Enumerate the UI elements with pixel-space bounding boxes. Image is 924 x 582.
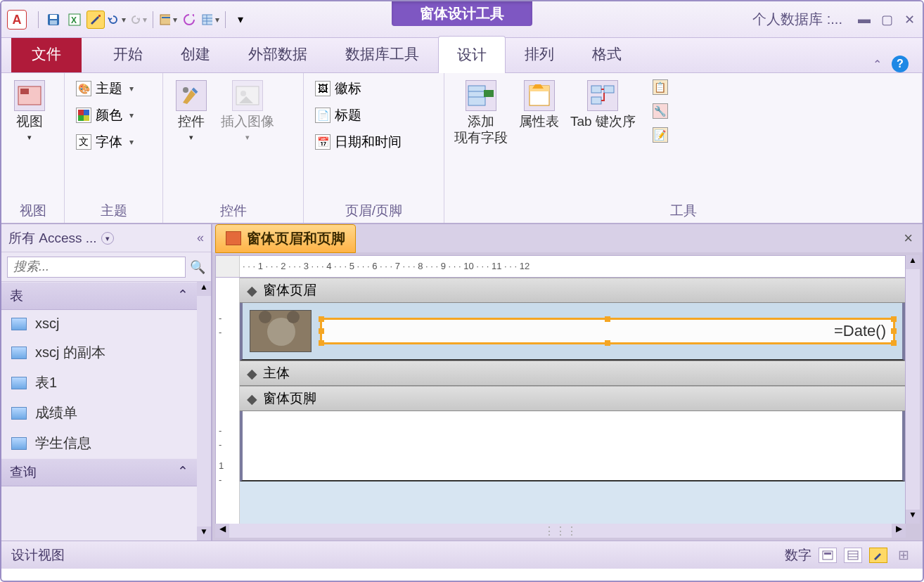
- view-datasheet-icon[interactable]: [844, 548, 862, 563]
- contextual-tab-title: 窗体设计工具: [392, 1, 532, 26]
- main-area: 所有 Access ... ▾ « 🔍 表⌃ xscj xscj 的副本 表1 …: [1, 224, 923, 541]
- colors-button[interactable]: 颜色: [72, 104, 138, 127]
- table-icon[interactable]: [201, 11, 219, 29]
- tab-order-button[interactable]: Tab 键次序: [567, 77, 639, 133]
- document-tab[interactable]: 窗体页眉和页脚: [215, 224, 356, 253]
- add-existing-fields-button[interactable]: 添加 现有字段: [451, 77, 511, 149]
- controls-button[interactable]: 控件▾: [170, 77, 212, 145]
- redo-icon[interactable]: [129, 11, 147, 29]
- svg-rect-28: [604, 86, 614, 93]
- table-icon: [11, 347, 27, 359]
- nav-collapse-icon[interactable]: «: [197, 231, 204, 245]
- horizontal-ruler[interactable]: · · · 1 · · · 2 · · · 3 · · · 4 · · · 5 …: [215, 255, 906, 278]
- refresh-icon[interactable]: [180, 11, 198, 29]
- group-label-theme: 主题: [72, 199, 155, 220]
- svg-rect-6: [160, 15, 170, 25]
- title-button[interactable]: 📄标题: [311, 104, 406, 127]
- view-design-icon[interactable]: [869, 548, 887, 563]
- minimize-icon[interactable]: ▬: [856, 12, 872, 27]
- ruler-corner[interactable]: [216, 256, 240, 277]
- ribbon-collapse-icon[interactable]: ⌃: [873, 58, 882, 71]
- table-icon: [11, 377, 27, 389]
- vertical-ruler[interactable]: - - - - 1 -: [216, 278, 240, 537]
- fonts-button[interactable]: 文字体: [72, 131, 138, 153]
- svg-rect-13: [20, 89, 29, 94]
- document-close-icon[interactable]: ×: [894, 229, 923, 247]
- window-controls: ▬ ▢ ✕: [856, 12, 917, 27]
- property-sheet-button[interactable]: 属性表: [516, 77, 562, 133]
- excel-export-icon[interactable]: X: [65, 11, 84, 29]
- horizontal-scrollbar[interactable]: ◀⋮⋮⋮▶: [215, 524, 906, 538]
- nav-item-xscj[interactable]: xscj: [1, 310, 197, 337]
- view-form-icon[interactable]: [819, 548, 837, 563]
- tab-external-data[interactable]: 外部数据: [229, 35, 326, 72]
- document-tab-bar: 窗体页眉和页脚 ×: [212, 224, 923, 252]
- view-button[interactable]: 视图▾: [8, 77, 51, 145]
- nav-header[interactable]: 所有 Access ... ▾ «: [1, 224, 211, 252]
- navigation-pane: 所有 Access ... ▾ « 🔍 表⌃ xscj xscj 的副本 表1 …: [1, 224, 212, 541]
- tab-create[interactable]: 创建: [162, 35, 229, 72]
- close-icon[interactable]: ✕: [901, 12, 917, 27]
- search-input[interactable]: [7, 257, 186, 278]
- section-detail[interactable]: ◆主体: [240, 361, 905, 386]
- qat-customize-icon[interactable]: ▾: [231, 11, 250, 29]
- tab-format[interactable]: 格式: [573, 35, 641, 72]
- scroll-up-icon[interactable]: ▲: [197, 282, 211, 296]
- nav-item-xscj-copy[interactable]: xscj 的副本: [1, 337, 197, 368]
- ribbon: 视图▾ 视图 🎨主题 颜色 文字体 主题 控件▾ 插入图像▾ 控件 🖼徽标 �: [1, 73, 923, 224]
- database-name: 个人数据库 :...: [752, 10, 842, 29]
- svg-point-20: [240, 91, 246, 96]
- nav-scrollbar[interactable]: ▲ ▼: [197, 282, 211, 541]
- tab-home[interactable]: 开始: [94, 35, 162, 72]
- section-form-header[interactable]: ◆窗体页眉: [240, 278, 905, 303]
- logo-image[interactable]: [250, 310, 312, 352]
- search-icon[interactable]: 🔍: [190, 259, 205, 275]
- tab-file[interactable]: 文件: [11, 35, 82, 72]
- form-icon[interactable]: [159, 11, 177, 29]
- svg-rect-29: [591, 97, 601, 104]
- svg-rect-5: [98, 15, 101, 17]
- undo-icon[interactable]: [108, 11, 126, 29]
- app-icon: A: [7, 10, 27, 30]
- svg-rect-21: [468, 86, 485, 105]
- datetime-button[interactable]: 📅日期和时间: [311, 131, 406, 153]
- form-canvas[interactable]: ◆窗体页眉 =Date() ◆主体 ◆窗体页脚: [240, 278, 905, 537]
- nav-section-queries[interactable]: 查询⌃: [1, 458, 197, 486]
- form-icon: [226, 231, 241, 245]
- design-surface: 窗体页眉和页脚 × · · · 1 · · · 2 · · · 3 · · · …: [212, 224, 923, 541]
- svg-text:X: X: [71, 15, 77, 25]
- svg-rect-7: [162, 17, 170, 18]
- tool-extra-1[interactable]: 📋: [648, 77, 672, 97]
- tool-extra-3[interactable]: 📝: [648, 125, 672, 145]
- tab-arrange[interactable]: 排列: [506, 35, 573, 72]
- nav-item-xueshengxinxi[interactable]: 学生信息: [1, 428, 197, 458]
- help-icon[interactable]: ?: [892, 56, 909, 72]
- maximize-icon[interactable]: ▢: [879, 12, 894, 27]
- tool-extra-2[interactable]: 🔧: [648, 101, 672, 121]
- nav-section-tables[interactable]: 表⌃: [1, 282, 197, 310]
- nav-item-chengjidan[interactable]: 成绩单: [1, 398, 197, 428]
- logo-button[interactable]: 🖼徽标: [311, 77, 406, 100]
- insert-image-button[interactable]: 插入图像▾: [218, 77, 277, 145]
- status-mode: 设计视图: [11, 546, 65, 564]
- tab-database-tools[interactable]: 数据库工具: [326, 35, 438, 72]
- tab-design[interactable]: 设计: [438, 36, 506, 73]
- design-icon[interactable]: [86, 11, 105, 29]
- section-form-footer[interactable]: ◆窗体页脚: [240, 386, 905, 411]
- view-layout-icon[interactable]: ⊞: [894, 548, 913, 563]
- date-textbox[interactable]: =Date(): [320, 318, 895, 344]
- scroll-down-icon[interactable]: ▼: [197, 526, 211, 541]
- vertical-scrollbar[interactable]: ▲▼: [906, 255, 920, 524]
- svg-rect-16: [78, 115, 84, 121]
- svg-rect-1: [50, 15, 57, 19]
- datetime-icon: 📅: [315, 134, 331, 150]
- svg-rect-27: [591, 86, 601, 93]
- save-icon[interactable]: [44, 11, 63, 29]
- nav-item-table1[interactable]: 表1: [1, 368, 197, 398]
- theme-button[interactable]: 🎨主题: [72, 77, 138, 100]
- svg-rect-32: [848, 551, 858, 560]
- group-label-view: 视图: [8, 199, 57, 220]
- theme-icon: 🎨: [76, 81, 91, 96]
- svg-rect-8: [203, 15, 212, 25]
- nav-dropdown-icon[interactable]: ▾: [101, 232, 114, 245]
